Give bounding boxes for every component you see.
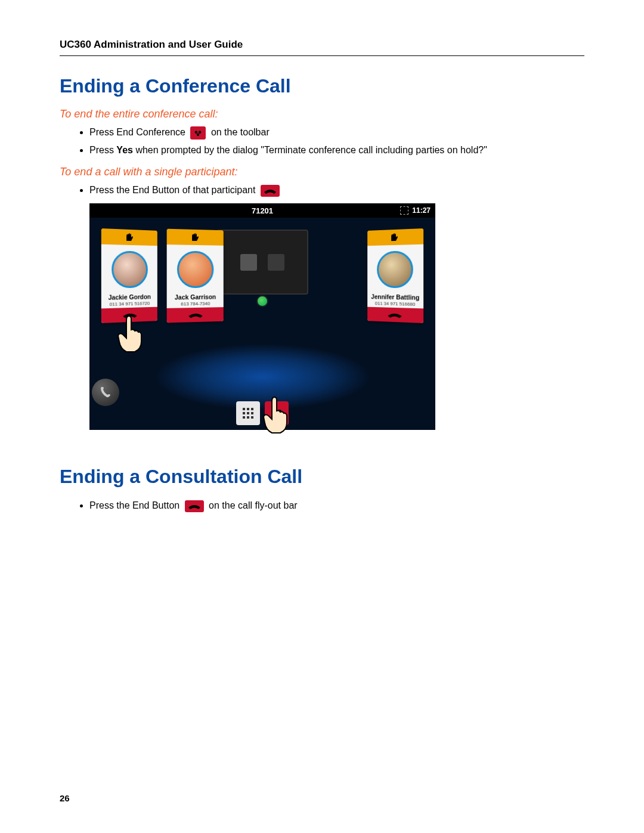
status-extension: 71201 [252,206,273,215]
bullet-press-yes: Press Yes when prompted by the dialog "T… [89,143,584,157]
svg-rect-1 [247,408,249,410]
svg-rect-6 [243,416,245,419]
text-fragment: Press End Conference [89,127,188,137]
end-participant-button[interactable] [167,307,224,323]
end-participant-button[interactable] [367,307,423,323]
doc-header: UC360 Administration and User Guide [60,39,584,56]
avatar [167,244,224,295]
dial-knob[interactable] [92,379,119,406]
end-call-icon [261,185,280,197]
subhead-end-single: To end a call with a single participant: [60,166,584,178]
expand-icon [400,206,408,215]
text-fragment: Press the End Button of that participant [89,185,258,195]
pointer-hand-icon [258,394,293,436]
bullet-press-end-conference: Press End Conference on the toolbar [89,125,584,140]
hold-hand-icon [190,233,201,242]
text-fragment: Press [89,145,116,155]
avatar [367,244,423,295]
list-end-single: Press the End Button of that participant [60,183,584,197]
hold-hand-icon [125,233,135,243]
share-icon [240,254,257,271]
participant-card-3[interactable]: Jennifer Battling 011 34 971 516680 [367,228,423,323]
heading-ending-conference: Ending a Conference Call [60,75,584,97]
text-fragment: on the call fly-out bar [209,500,298,510]
text-fragment: Press the End Button [89,500,182,510]
status-clock: 11:27 [412,206,431,215]
svg-rect-5 [251,412,253,414]
svg-rect-3 [243,412,245,414]
text-bold-yes: Yes [116,145,133,155]
hangup-icon [386,311,402,320]
avatar [101,244,157,295]
hold-button[interactable] [367,228,423,246]
pointer-hand-icon [112,313,148,355]
text-fragment: when prompted by the dialog "Terminate c… [135,145,487,155]
phone-icon [98,385,113,400]
list-consultation: Press the End Button on the call fly-out… [60,498,584,513]
hangup-icon [187,311,204,320]
subhead-end-entire: To end the entire conference call: [60,108,584,120]
participant-card-2[interactable]: Jack Garrison 613 784-7340 [167,229,224,323]
center-monitor [216,230,308,295]
page-number: 26 [60,793,70,803]
svg-rect-4 [247,412,249,414]
status-bar: 71201 11:27 [89,203,435,218]
svg-rect-2 [251,408,253,410]
participant-number: 011 34 971 516680 [367,301,423,307]
bullet-press-end-button: Press the End Button of that participant [89,183,584,197]
svg-rect-0 [243,408,245,410]
heading-ending-consultation: Ending a Consultation Call [60,466,584,488]
end-call-icon [185,500,204,512]
participant-number: 011 34 971 516720 [101,301,157,307]
bullet-consultation-end: Press the End Button on the call fly-out… [89,498,584,513]
svg-rect-8 [251,416,253,419]
keypad-button[interactable] [236,401,260,425]
list-end-entire: Press End Conference on the toolbar Pres… [60,125,584,157]
participant-number: 613 784-7340 [167,301,224,307]
participant-card-1[interactable]: Jackie Gordon 011 34 971 516720 [101,228,157,323]
status-right: 11:27 [400,206,431,215]
keypad-icon [242,407,255,420]
hold-button[interactable] [167,229,224,246]
camera-icon [268,254,284,271]
camera-indicator-icon [256,295,268,307]
text-fragment: on the toolbar [211,127,270,137]
svg-rect-7 [247,416,249,419]
hold-hand-icon [389,233,400,243]
device-screenshot: 71201 11:27 Jackie Gordon 011 34 971 516… [89,203,435,430]
end-conference-icon [190,126,206,140]
hold-button[interactable] [101,228,157,246]
